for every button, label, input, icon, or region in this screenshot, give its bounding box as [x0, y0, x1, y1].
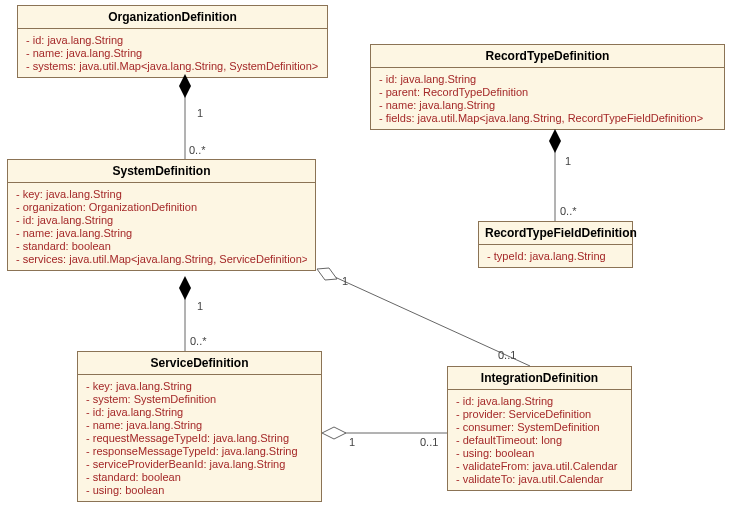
class-title: RecordTypeDefinition	[371, 45, 724, 68]
class-title: RecordTypeFieldDefinition	[479, 222, 632, 245]
attribute: name: java.lang.String	[379, 99, 716, 111]
attribute: provider: ServiceDefinition	[456, 408, 623, 420]
svg-marker-3	[179, 276, 191, 300]
multiplicity: 0..*	[560, 205, 577, 217]
multiplicity: 0..*	[189, 144, 206, 156]
attribute: name: java.lang.String	[86, 419, 313, 431]
attribute: systems: java.util.Map<java.lang.String,…	[26, 60, 319, 72]
attribute: serviceProviderBeanId: java.lang.String	[86, 458, 313, 470]
class-attributes: id: java.lang.String name: java.lang.Str…	[18, 29, 327, 77]
multiplicity: 1	[349, 436, 355, 448]
svg-marker-5	[317, 268, 337, 280]
attribute: defaultTimeout: long	[456, 434, 623, 446]
class-attributes: key: java.lang.String organization: Orga…	[8, 183, 315, 270]
attribute: key: java.lang.String	[86, 380, 313, 392]
svg-marker-9	[549, 129, 561, 153]
multiplicity: 1	[197, 300, 203, 312]
class-title: ServiceDefinition	[78, 352, 321, 375]
attribute: id: java.lang.String	[16, 214, 307, 226]
multiplicity: 1	[565, 155, 571, 167]
multiplicity: 1	[197, 107, 203, 119]
class-title: IntegrationDefinition	[448, 367, 631, 390]
uml-class-diagram: OrganizationDefinition id: java.lang.Str…	[0, 0, 736, 528]
class-system-definition: SystemDefinition key: java.lang.String o…	[7, 159, 316, 271]
attribute: name: java.lang.String	[26, 47, 319, 59]
attribute: standard: boolean	[86, 471, 313, 483]
attribute: validateFrom: java.util.Calendar	[456, 460, 623, 472]
attribute: standard: boolean	[16, 240, 307, 252]
attribute: key: java.lang.String	[16, 188, 307, 200]
attribute: responseMessageTypeId: java.lang.String	[86, 445, 313, 457]
class-organization-definition: OrganizationDefinition id: java.lang.Str…	[17, 5, 328, 78]
class-title: OrganizationDefinition	[18, 6, 327, 29]
attribute: organization: OrganizationDefinition	[16, 201, 307, 213]
svg-marker-7	[322, 427, 346, 439]
class-title: SystemDefinition	[8, 160, 315, 183]
class-attributes: id: java.lang.String provider: ServiceDe…	[448, 390, 631, 490]
attribute: id: java.lang.String	[86, 406, 313, 418]
multiplicity: 0..1	[498, 349, 516, 361]
attribute: fields: java.util.Map<java.lang.String, …	[379, 112, 716, 124]
class-integration-definition: IntegrationDefinition id: java.lang.Stri…	[447, 366, 632, 491]
class-record-type-field-definition: RecordTypeFieldDefinition typeId: java.l…	[478, 221, 633, 268]
attribute: services: java.util.Map<java.lang.String…	[16, 253, 307, 265]
attribute: validateTo: java.util.Calendar	[456, 473, 623, 485]
attribute: id: java.lang.String	[26, 34, 319, 46]
attribute: using: boolean	[86, 484, 313, 496]
attribute: consumer: SystemDefinition	[456, 421, 623, 433]
multiplicity: 1	[342, 275, 348, 287]
attribute: system: SystemDefinition	[86, 393, 313, 405]
attribute: requestMessageTypeId: java.lang.String	[86, 432, 313, 444]
class-attributes: id: java.lang.String parent: RecordTypeD…	[371, 68, 724, 129]
multiplicity: 0..*	[190, 335, 207, 347]
class-record-type-definition: RecordTypeDefinition id: java.lang.Strin…	[370, 44, 725, 130]
attribute: typeId: java.lang.String	[487, 250, 624, 262]
attribute: parent: RecordTypeDefinition	[379, 86, 716, 98]
attribute: id: java.lang.String	[379, 73, 716, 85]
attribute: id: java.lang.String	[456, 395, 623, 407]
multiplicity: 0..1	[420, 436, 438, 448]
class-attributes: typeId: java.lang.String	[479, 245, 632, 267]
class-service-definition: ServiceDefinition key: java.lang.String …	[77, 351, 322, 502]
attribute: name: java.lang.String	[16, 227, 307, 239]
attribute: using: boolean	[456, 447, 623, 459]
class-attributes: key: java.lang.String system: SystemDefi…	[78, 375, 321, 501]
